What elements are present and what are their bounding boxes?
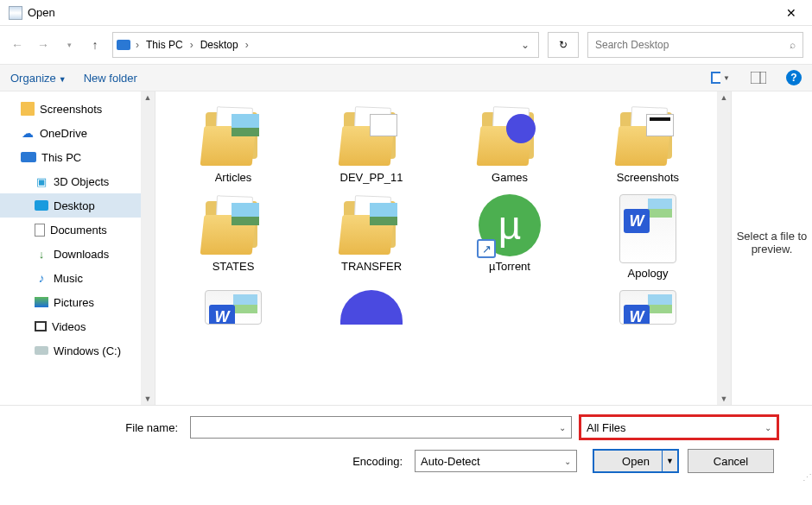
chevron-down-icon[interactable]: ⌄ <box>559 423 566 432</box>
file-item[interactable] <box>446 287 574 331</box>
onedrive-icon: ☁ <box>21 126 35 140</box>
nav-row: ← → ▾ ↑ › This PC › Desktop › ⌄ ↻ Search… <box>0 26 812 64</box>
file-item[interactable]: W <box>169 287 297 331</box>
folder-icon <box>479 105 541 167</box>
thispc-icon <box>117 40 130 50</box>
sidebar-item-documents[interactable]: Documents <box>0 218 155 242</box>
file-item-label: Articles <box>215 171 252 184</box>
sidebar-item-this-pc[interactable]: This PC <box>0 145 155 169</box>
sidebar-item-label: Videos <box>52 320 86 333</box>
scroll-up-icon[interactable]: ▲ <box>720 92 728 104</box>
titlebar: Open ✕ <box>0 0 812 26</box>
resize-grip-icon[interactable]: ⋰ <box>802 475 810 480</box>
file-item[interactable]: µ↗µTorrent <box>446 191 574 283</box>
file-item[interactable]: W <box>584 287 712 331</box>
folder-icon <box>202 105 264 167</box>
close-icon[interactable]: ✕ <box>779 1 803 25</box>
chevron-down-icon[interactable]: ⌄ <box>764 423 771 432</box>
chevron-down-icon[interactable]: ⌄ <box>564 457 571 466</box>
scroll-down-icon[interactable]: ▼ <box>144 393 152 405</box>
sidebar-item-videos[interactable]: Videos <box>0 314 155 338</box>
file-item-label: TRANSFER <box>341 260 402 273</box>
scroll-down-icon[interactable]: ▼ <box>720 393 728 405</box>
sidebar-item-3d-objects[interactable]: ▣3D Objects <box>0 169 155 193</box>
toolbar: Organize▼ New folder ▼ ? <box>0 64 812 92</box>
svg-rect-1 <box>713 73 720 82</box>
scroll-up-icon[interactable]: ▲ <box>144 92 152 104</box>
chevron-right-icon[interactable]: › <box>244 39 251 51</box>
preview-pane: Select a file to preview. <box>731 92 812 405</box>
sidebar-item-onedrive[interactable]: ☁OneDrive <box>0 121 155 145</box>
file-item[interactable]: STATES <box>169 191 297 283</box>
up-icon[interactable]: ↑ <box>86 36 104 54</box>
file-item[interactable]: Articles <box>169 102 297 187</box>
search-icon: ⌕ <box>790 39 796 51</box>
file-item[interactable] <box>308 287 435 331</box>
filename-input[interactable]: ⌄ <box>190 416 572 439</box>
preview-pane-button[interactable] <box>748 69 769 86</box>
sidebar-scrollbar[interactable]: ▲ ▼ <box>141 92 155 405</box>
music-icon: ♪ <box>35 271 48 285</box>
chevron-right-icon[interactable]: › <box>188 39 195 51</box>
file-item-label: Screenshots <box>617 171 679 184</box>
sidebar-item-screenshots[interactable]: Screenshots <box>0 97 155 121</box>
search-placeholder: Search Desktop <box>595 39 790 51</box>
folder-icon <box>21 102 35 116</box>
search-input[interactable]: Search Desktop ⌕ <box>587 32 803 58</box>
utorrent-icon: µ↗ <box>479 194 541 256</box>
breadcrumb-thispc[interactable]: This PC <box>143 37 187 53</box>
folder-icon <box>202 194 264 256</box>
file-item[interactable]: TRANSFER <box>308 191 435 283</box>
sidebar-item-label: Downloads <box>54 248 109 261</box>
discord-icon <box>340 290 403 325</box>
file-item-label: DEV_PP_11 <box>340 171 403 184</box>
word-document-icon: W <box>619 194 676 263</box>
recent-locations-icon[interactable]: ▾ <box>60 36 78 54</box>
file-item[interactable]: Games <box>446 102 574 187</box>
word-document-icon: W <box>205 290 262 325</box>
file-type-filter[interactable]: All Files ⌄ <box>579 414 779 440</box>
sidebar-item-downloads[interactable]: ↓Downloads <box>0 242 155 266</box>
file-list[interactable]: ArticlesDEV_PP_11GamesScreenshotsSTATEST… <box>155 92 731 405</box>
file-item[interactable]: DEV_PP_11 <box>308 102 435 187</box>
word-document-icon: W <box>619 290 676 325</box>
encoding-label: Encoding: <box>10 455 408 468</box>
navigation-pane: Screenshots☁OneDriveThis PC▣3D ObjectsDe… <box>0 92 155 405</box>
sidebar-item-music[interactable]: ♪Music <box>0 266 155 290</box>
sidebar-item-windows-c-[interactable]: Windows (C:) <box>0 338 155 363</box>
new-folder-button[interactable]: New folder <box>84 72 137 85</box>
breadcrumb-dropdown-icon[interactable]: ⌄ <box>516 39 535 51</box>
sidebar-item-label: This PC <box>41 151 81 164</box>
filelist-scrollbar[interactable]: ▲ ▼ <box>717 92 731 405</box>
file-item-label: Games <box>492 171 528 184</box>
main-area: Screenshots☁OneDriveThis PC▣3D ObjectsDe… <box>0 92 812 405</box>
view-mode-button[interactable]: ▼ <box>710 69 731 86</box>
organize-button[interactable]: Organize▼ <box>10 72 67 85</box>
file-item-label: Apology <box>628 267 669 280</box>
folder-icon <box>617 105 679 167</box>
breadcrumb[interactable]: › This PC › Desktop › ⌄ <box>112 32 539 58</box>
file-item[interactable]: WApology <box>584 191 712 283</box>
vids-icon <box>35 321 47 331</box>
sidebar-item-desktop[interactable]: Desktop <box>0 193 155 218</box>
sidebar-item-label: Documents <box>50 224 107 237</box>
folder-icon <box>340 194 403 256</box>
sidebar-item-pictures[interactable]: Pictures <box>0 290 155 314</box>
open-split-icon[interactable]: ▼ <box>662 451 677 471</box>
filename-label: File name: <box>10 421 183 434</box>
shortcut-overlay-icon: ↗ <box>477 239 496 258</box>
file-item[interactable]: Screenshots <box>584 102 712 187</box>
cancel-button[interactable]: Cancel <box>688 449 774 473</box>
bottom-panel: File name: ⌄ All Files ⌄ Encoding: Auto-… <box>0 405 812 482</box>
file-item-label: µTorrent <box>489 260 530 273</box>
disk-icon <box>35 346 48 355</box>
sidebar-item-label: OneDrive <box>40 127 87 140</box>
encoding-value: Auto-Detect <box>421 455 480 468</box>
open-button[interactable]: Open ▼ <box>593 449 679 473</box>
chevron-right-icon[interactable]: › <box>134 39 141 51</box>
back-icon[interactable]: ← <box>9 36 26 54</box>
help-icon[interactable]: ? <box>786 70 802 85</box>
breadcrumb-desktop[interactable]: Desktop <box>197 37 242 53</box>
refresh-button[interactable]: ↻ <box>548 32 579 58</box>
encoding-select[interactable]: Auto-Detect ⌄ <box>415 450 577 472</box>
